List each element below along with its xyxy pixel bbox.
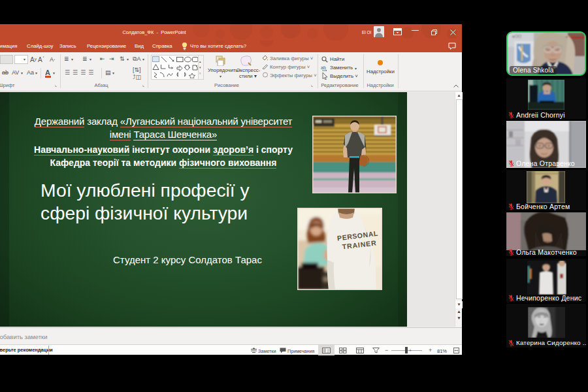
svg-text:●OO: ●OO [512, 34, 521, 39]
svg-text:ab: ab [321, 65, 326, 70]
